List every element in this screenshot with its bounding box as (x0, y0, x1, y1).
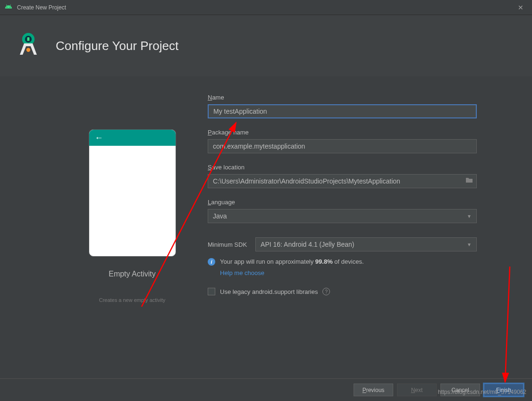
help-icon[interactable]: ? (322, 288, 330, 295)
help-choose-link[interactable]: Help me choose (220, 268, 364, 278)
back-arrow-icon: ← (95, 133, 103, 143)
language-value: Java (213, 212, 227, 220)
name-input[interactable] (208, 104, 477, 118)
svg-point-4 (26, 48, 30, 52)
previous-button[interactable]: Previous (354, 384, 393, 396)
window-title: Create New Project (17, 4, 66, 11)
minsdk-value: API 16: Android 4.1 (Jelly Bean) (261, 241, 354, 248)
cancel-button[interactable]: Cancel (440, 384, 480, 396)
activity-name: Empty Activity (109, 270, 156, 278)
chevron-down-icon: ▼ (467, 214, 472, 219)
prev-rest: revious (366, 387, 385, 393)
titlebar: Create New Project ✕ (0, 0, 532, 15)
finish-button[interactable]: Finish (484, 384, 524, 396)
package-label: Package name (208, 129, 477, 136)
button-bar: Previous Next Cancel Finish (0, 378, 532, 401)
close-button[interactable]: ✕ (514, 2, 527, 13)
legacy-checkbox[interactable] (208, 288, 215, 295)
language-select[interactable]: Java ▼ (208, 209, 477, 223)
location-label: Save location (208, 164, 477, 171)
info-icon: i (208, 258, 215, 266)
location-input[interactable] (208, 174, 477, 188)
minsdk-label: Minimum SDK (208, 241, 247, 248)
android-studio-logo-icon (14, 31, 42, 61)
android-logo-icon (5, 3, 12, 12)
legacy-label: Use legacy android.support libraries (220, 288, 318, 295)
name-label: Name (208, 94, 477, 101)
next-button: Next (397, 384, 437, 396)
minsdk-select[interactable]: API 16: Android 4.1 (Jelly Bean) ▼ (255, 237, 477, 251)
activity-description: Creates a new empty activity (99, 297, 166, 303)
page-title: Configure Your Project (56, 39, 178, 53)
header-banner: Configure Your Project (0, 15, 532, 76)
package-input[interactable] (208, 139, 477, 153)
browse-folder-icon[interactable] (465, 177, 473, 185)
activity-preview: ← (89, 129, 176, 257)
sdk-info-text: Your app will run on approximately 99.8%… (220, 257, 364, 277)
language-label: Language (208, 199, 477, 206)
chevron-down-icon: ▼ (467, 242, 472, 247)
svg-point-3 (27, 37, 29, 39)
